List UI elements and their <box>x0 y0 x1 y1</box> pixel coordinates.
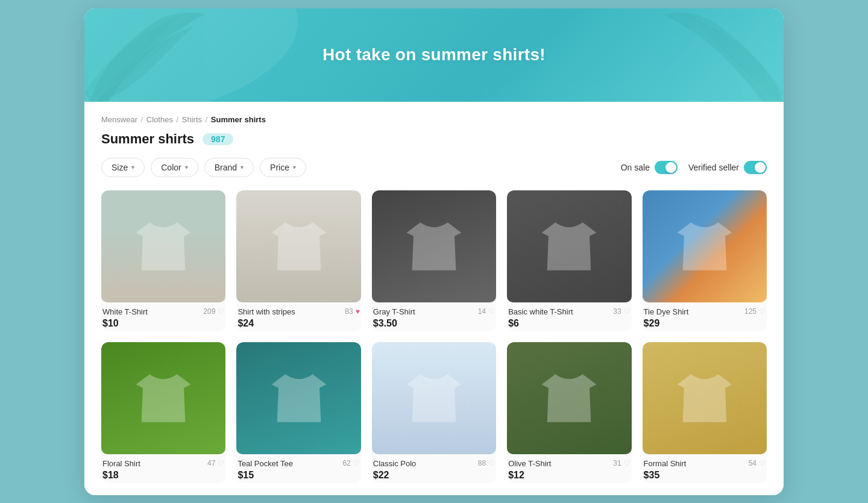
heart-icon-9[interactable]: ♡ <box>624 459 631 467</box>
heart-icon-2[interactable]: ♥ <box>356 307 360 316</box>
chevron-down-icon: ▾ <box>293 164 296 170</box>
product-image-3 <box>372 190 496 302</box>
palm-left-decoration <box>84 8 241 102</box>
product-card-6[interactable]: Floral Shirt 47 ♡ $18 <box>101 342 225 483</box>
product-likes-2: 83 ♥ <box>345 307 359 316</box>
product-card-10[interactable]: Formal Shirt 54 ♡ $35 <box>643 342 767 483</box>
page-header: Summer shirts 987 <box>101 131 767 147</box>
product-meta-4: Basic white T-Shirt 33 ♡ <box>508 307 630 316</box>
breadcrumb-shirts[interactable]: Shirts <box>182 115 202 124</box>
product-price-10: $35 <box>644 470 766 481</box>
on-sale-label: On sale <box>621 163 650 172</box>
likes-count-4: 33 <box>613 307 621 316</box>
product-info-10: Formal Shirt 54 ♡ $35 <box>643 454 767 483</box>
product-meta-7: Teal Pocket Tee 62 ♡ <box>237 459 359 468</box>
product-info-2: Shirt with stripes 83 ♥ $24 <box>236 302 360 331</box>
heart-icon-5[interactable]: ♡ <box>759 307 766 316</box>
likes-count-8: 88 <box>478 459 486 467</box>
breadcrumb-current: Summer shirts <box>211 115 266 124</box>
product-meta-5: Tie Dye Shirt 125 ♡ <box>644 307 766 316</box>
product-info-3: Gray T-Shirt 14 ♡ $3.50 <box>372 302 496 331</box>
verified-seller-toggle-wrapper: Verified seller <box>688 161 767 174</box>
product-card-5[interactable]: Tie Dye Shirt 125 ♡ $29 <box>643 190 767 331</box>
filter-price-label: Price <box>270 163 289 172</box>
product-info-6: Floral Shirt 47 ♡ $18 <box>101 454 225 483</box>
product-image-10 <box>643 342 767 454</box>
product-price-1: $10 <box>102 318 224 329</box>
breadcrumb-clothes[interactable]: Clothes <box>146 115 173 124</box>
product-meta-8: Classic Polo 88 ♡ <box>373 459 495 468</box>
product-info-4: Basic white T-Shirt 33 ♡ $6 <box>507 302 631 331</box>
filter-color-button[interactable]: Color ▾ <box>151 158 198 177</box>
breadcrumb-sep-2: / <box>177 115 181 124</box>
product-name-8: Classic Polo <box>373 459 417 468</box>
likes-count-9: 31 <box>613 459 621 467</box>
product-image-2 <box>236 190 360 302</box>
product-likes-5: 125 ♡ <box>744 307 766 316</box>
heart-icon-8[interactable]: ♡ <box>488 459 495 467</box>
product-info-5: Tie Dye Shirt 125 ♡ $29 <box>643 302 767 331</box>
verified-seller-label: Verified seller <box>688 163 739 172</box>
heart-icon-4[interactable]: ♡ <box>624 307 631 316</box>
product-image-5 <box>643 190 767 302</box>
product-meta-1: White T-Shirt 209 ♡ <box>102 307 224 316</box>
product-meta-2: Shirt with stripes 83 ♥ <box>237 307 359 316</box>
product-name-5: Tie Dye Shirt <box>644 307 689 316</box>
product-info-8: Classic Polo 88 ♡ $22 <box>372 454 496 483</box>
product-name-2: Shirt with stripes <box>237 307 295 316</box>
likes-count-6: 47 <box>207 459 215 467</box>
heart-icon-1[interactable]: ♡ <box>218 307 224 316</box>
product-price-5: $29 <box>644 318 766 329</box>
hero-title: Hot take on summer shirts! <box>322 45 546 64</box>
heart-icon-7[interactable]: ♡ <box>353 459 360 467</box>
page-title: Summer shirts <box>101 131 194 147</box>
product-likes-4: 33 ♡ <box>613 307 630 316</box>
product-card-2[interactable]: Shirt with stripes 83 ♥ $24 <box>236 190 360 331</box>
product-card-9[interactable]: Olive T-Shirt 31 ♡ $12 <box>507 342 631 483</box>
product-card-7[interactable]: Teal Pocket Tee 62 ♡ $15 <box>236 342 360 483</box>
on-sale-toggle-knob <box>665 162 676 173</box>
verified-seller-toggle[interactable] <box>744 161 767 174</box>
filter-size-button[interactable]: Size ▾ <box>101 158 145 177</box>
product-price-3: $3.50 <box>373 318 495 329</box>
product-name-6: Floral Shirt <box>102 459 140 468</box>
heart-icon-3[interactable]: ♡ <box>488 307 495 316</box>
likes-count-2: 83 <box>345 307 353 316</box>
product-card-3[interactable]: Gray T-Shirt 14 ♡ $3.50 <box>372 190 496 331</box>
breadcrumb-menswear[interactable]: Menswear <box>101 115 137 124</box>
on-sale-toggle[interactable] <box>655 161 678 174</box>
product-meta-3: Gray T-Shirt 14 ♡ <box>373 307 495 316</box>
product-info-7: Teal Pocket Tee 62 ♡ $15 <box>236 454 360 483</box>
filter-size-label: Size <box>112 163 128 172</box>
product-name-4: Basic white T-Shirt <box>508 307 573 316</box>
product-price-6: $18 <box>102 470 224 481</box>
product-image-8 <box>372 342 496 454</box>
breadcrumb-sep-1: / <box>141 115 145 124</box>
likes-count-3: 14 <box>478 307 486 316</box>
chevron-down-icon: ▾ <box>241 164 244 170</box>
filter-price-button[interactable]: Price ▾ <box>260 158 306 177</box>
on-sale-toggle-wrapper: On sale <box>621 161 678 174</box>
product-image-6 <box>101 342 225 454</box>
hero-banner: Hot take on summer shirts! <box>84 8 784 102</box>
main-card: Hot take on summer shirts! Menswear / Cl… <box>84 8 784 495</box>
filters-row: Size ▾ Color ▾ Brand ▾ Price ▾ On sale <box>101 158 767 177</box>
product-likes-7: 62 ♡ <box>342 459 359 467</box>
product-card-4[interactable]: Basic white T-Shirt 33 ♡ $6 <box>507 190 631 331</box>
product-card-8[interactable]: Classic Polo 88 ♡ $22 <box>372 342 496 483</box>
product-likes-3: 14 ♡ <box>478 307 495 316</box>
product-card-1[interactable]: White T-Shirt 209 ♡ $10 <box>101 190 225 331</box>
product-likes-1: 209 ♡ <box>203 307 224 316</box>
filter-brand-button[interactable]: Brand ▾ <box>204 158 254 177</box>
product-price-2: $24 <box>237 318 359 329</box>
heart-icon-6[interactable]: ♡ <box>218 459 224 467</box>
product-info-1: White T-Shirt 209 ♡ $10 <box>101 302 225 331</box>
product-count-badge: 987 <box>203 133 233 145</box>
product-image-9 <box>507 342 631 454</box>
likes-count-10: 54 <box>749 459 756 467</box>
product-name-9: Olive T-Shirt <box>508 459 551 468</box>
breadcrumb: Menswear / Clothes / Shirts / Summer shi… <box>101 115 767 124</box>
product-likes-10: 54 ♡ <box>749 459 766 467</box>
palm-right-decoration <box>663 8 784 102</box>
heart-icon-10[interactable]: ♡ <box>759 459 766 467</box>
